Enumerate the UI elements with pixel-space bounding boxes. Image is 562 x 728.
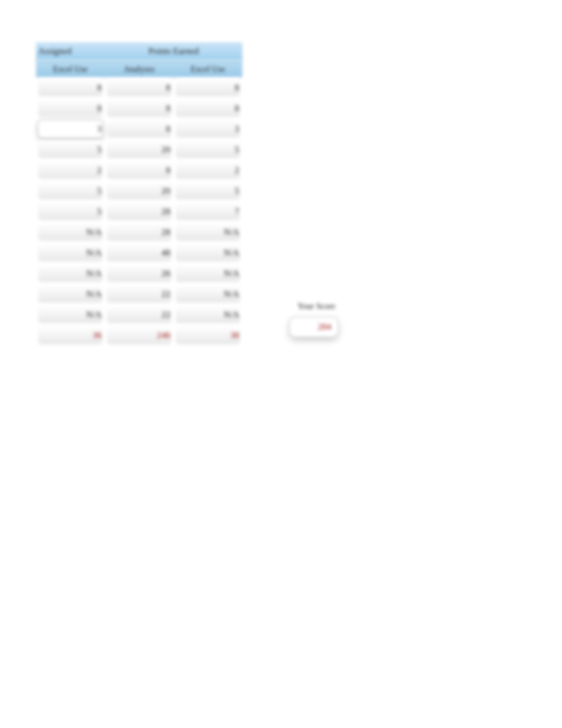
- cell: N/A: [174, 222, 242, 242]
- table-row: 5 20 5: [36, 180, 242, 201]
- cell: 28: [105, 222, 174, 242]
- cell: 20: [105, 139, 174, 160]
- table-row: 8 8 8: [36, 77, 242, 98]
- cell: N/A: [174, 263, 242, 284]
- subheader-excel-use-1: Excel Use: [36, 60, 105, 77]
- cell: 8: [174, 98, 242, 119]
- table-row: N/A 22 N/A: [36, 284, 242, 304]
- cell: 5: [174, 139, 242, 160]
- subheader-analyses: Analyses: [105, 60, 174, 77]
- total-cell: 38: [174, 325, 242, 346]
- cell: 8: [36, 77, 105, 98]
- cell: 2: [36, 160, 105, 180]
- table-row: N/A 26 N/A: [36, 263, 242, 284]
- total-cell: 36: [36, 325, 105, 346]
- cell: 5: [174, 180, 242, 201]
- cell: 5: [36, 139, 105, 160]
- score-table: Assigned Points Earned Excel Use Analyse…: [36, 42, 242, 346]
- cell: N/A: [174, 242, 242, 263]
- cell: 8: [105, 160, 174, 180]
- cell: 8: [36, 98, 105, 119]
- cell: 8: [174, 77, 242, 98]
- cell: 28: [105, 201, 174, 222]
- cell-highlighted: 3: [36, 119, 105, 139]
- cell: 26: [105, 263, 174, 284]
- cell: 5: [36, 180, 105, 201]
- cell: N/A: [36, 242, 105, 263]
- cell: 7: [174, 201, 242, 222]
- table-row: 5 20 5: [36, 139, 242, 160]
- table-row: N/A 22 N/A: [36, 304, 242, 325]
- cell: N/A: [174, 284, 242, 304]
- table-row: 2 8 2: [36, 160, 242, 180]
- cell: 22: [105, 304, 174, 325]
- table-row: 3 8 3: [36, 119, 242, 139]
- cell: 8: [105, 119, 174, 139]
- subheader-excel-use-2: Excel Use: [174, 60, 242, 77]
- cell: N/A: [36, 304, 105, 325]
- cell: N/A: [174, 304, 242, 325]
- total-cell: 246: [105, 325, 174, 346]
- header-points-earned: Points Earned: [105, 42, 242, 60]
- cell: N/A: [36, 284, 105, 304]
- table-row: 8 8 8: [36, 98, 242, 119]
- cell: 8: [105, 98, 174, 119]
- table-header-row-1: Assigned Points Earned: [36, 42, 242, 60]
- cell: 20: [105, 180, 174, 201]
- header-assigned: Assigned: [36, 42, 105, 60]
- cell: 8: [105, 77, 174, 98]
- your-score-area: Your Score 284: [290, 302, 343, 336]
- cell: N/A: [36, 263, 105, 284]
- table-header-row-2: Excel Use Analyses Excel Use: [36, 60, 242, 77]
- cell: 3: [174, 119, 242, 139]
- table-row: N/A 48 N/A: [36, 242, 242, 263]
- your-score-label: Your Score: [290, 302, 343, 311]
- cell: N/A: [36, 222, 105, 242]
- table-row: N/A 28 N/A: [36, 222, 242, 242]
- cell: 48: [105, 242, 174, 263]
- your-score-value: 284: [290, 317, 338, 336]
- cell: 5: [36, 201, 105, 222]
- cell: 2: [174, 160, 242, 180]
- cell: 22: [105, 284, 174, 304]
- table-row: 5 28 7: [36, 201, 242, 222]
- table-total-row: 36 246 38: [36, 325, 242, 346]
